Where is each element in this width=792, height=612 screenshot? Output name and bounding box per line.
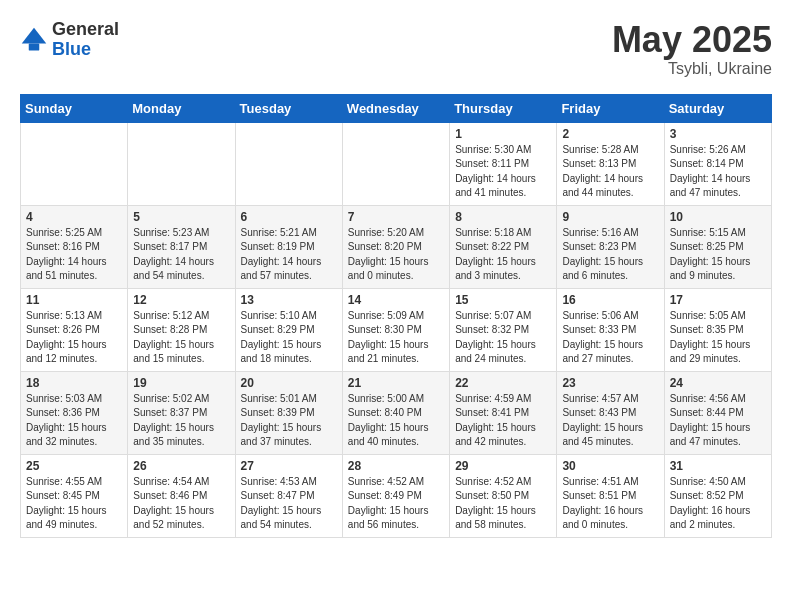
header-row: Sunday Monday Tuesday Wednesday Thursday…	[21, 94, 772, 122]
day-info: Sunrise: 4:50 AM Sunset: 8:52 PM Dayligh…	[670, 475, 766, 533]
calendar-title: May 2025	[612, 20, 772, 60]
table-row: 9Sunrise: 5:16 AM Sunset: 8:23 PM Daylig…	[557, 205, 664, 288]
day-number: 25	[26, 459, 122, 473]
day-number: 28	[348, 459, 444, 473]
day-number: 12	[133, 293, 229, 307]
table-row: 21Sunrise: 5:00 AM Sunset: 8:40 PM Dayli…	[342, 371, 449, 454]
col-tuesday: Tuesday	[235, 94, 342, 122]
table-row: 17Sunrise: 5:05 AM Sunset: 8:35 PM Dayli…	[664, 288, 771, 371]
day-number: 8	[455, 210, 551, 224]
day-number: 6	[241, 210, 337, 224]
day-info: Sunrise: 5:03 AM Sunset: 8:36 PM Dayligh…	[26, 392, 122, 450]
day-info: Sunrise: 5:15 AM Sunset: 8:25 PM Dayligh…	[670, 226, 766, 284]
table-row: 7Sunrise: 5:20 AM Sunset: 8:20 PM Daylig…	[342, 205, 449, 288]
table-row	[21, 122, 128, 205]
day-info: Sunrise: 4:52 AM Sunset: 8:50 PM Dayligh…	[455, 475, 551, 533]
day-number: 10	[670, 210, 766, 224]
day-info: Sunrise: 5:09 AM Sunset: 8:30 PM Dayligh…	[348, 309, 444, 367]
day-number: 9	[562, 210, 658, 224]
table-row: 16Sunrise: 5:06 AM Sunset: 8:33 PM Dayli…	[557, 288, 664, 371]
day-number: 1	[455, 127, 551, 141]
day-info: Sunrise: 5:23 AM Sunset: 8:17 PM Dayligh…	[133, 226, 229, 284]
table-row: 11Sunrise: 5:13 AM Sunset: 8:26 PM Dayli…	[21, 288, 128, 371]
day-number: 19	[133, 376, 229, 390]
calendar-week-row: 11Sunrise: 5:13 AM Sunset: 8:26 PM Dayli…	[21, 288, 772, 371]
day-number: 14	[348, 293, 444, 307]
day-number: 7	[348, 210, 444, 224]
day-info: Sunrise: 5:01 AM Sunset: 8:39 PM Dayligh…	[241, 392, 337, 450]
day-info: Sunrise: 4:51 AM Sunset: 8:51 PM Dayligh…	[562, 475, 658, 533]
table-row: 14Sunrise: 5:09 AM Sunset: 8:30 PM Dayli…	[342, 288, 449, 371]
day-info: Sunrise: 4:53 AM Sunset: 8:47 PM Dayligh…	[241, 475, 337, 533]
table-row: 3Sunrise: 5:26 AM Sunset: 8:14 PM Daylig…	[664, 122, 771, 205]
calendar-week-row: 18Sunrise: 5:03 AM Sunset: 8:36 PM Dayli…	[21, 371, 772, 454]
col-thursday: Thursday	[450, 94, 557, 122]
table-row: 23Sunrise: 4:57 AM Sunset: 8:43 PM Dayli…	[557, 371, 664, 454]
day-info: Sunrise: 5:00 AM Sunset: 8:40 PM Dayligh…	[348, 392, 444, 450]
col-friday: Friday	[557, 94, 664, 122]
day-info: Sunrise: 5:07 AM Sunset: 8:32 PM Dayligh…	[455, 309, 551, 367]
calendar-week-row: 25Sunrise: 4:55 AM Sunset: 8:45 PM Dayli…	[21, 454, 772, 537]
svg-rect-1	[29, 43, 40, 50]
col-sunday: Sunday	[21, 94, 128, 122]
day-info: Sunrise: 5:18 AM Sunset: 8:22 PM Dayligh…	[455, 226, 551, 284]
table-row: 25Sunrise: 4:55 AM Sunset: 8:45 PM Dayli…	[21, 454, 128, 537]
calendar-week-row: 1Sunrise: 5:30 AM Sunset: 8:11 PM Daylig…	[21, 122, 772, 205]
day-number: 18	[26, 376, 122, 390]
calendar-week-row: 4Sunrise: 5:25 AM Sunset: 8:16 PM Daylig…	[21, 205, 772, 288]
day-number: 11	[26, 293, 122, 307]
day-number: 26	[133, 459, 229, 473]
table-row: 18Sunrise: 5:03 AM Sunset: 8:36 PM Dayli…	[21, 371, 128, 454]
day-number: 29	[455, 459, 551, 473]
day-number: 15	[455, 293, 551, 307]
table-row: 31Sunrise: 4:50 AM Sunset: 8:52 PM Dayli…	[664, 454, 771, 537]
day-info: Sunrise: 5:06 AM Sunset: 8:33 PM Dayligh…	[562, 309, 658, 367]
col-wednesday: Wednesday	[342, 94, 449, 122]
day-number: 17	[670, 293, 766, 307]
day-info: Sunrise: 5:13 AM Sunset: 8:26 PM Dayligh…	[26, 309, 122, 367]
table-row	[235, 122, 342, 205]
day-number: 5	[133, 210, 229, 224]
table-row: 24Sunrise: 4:56 AM Sunset: 8:44 PM Dayli…	[664, 371, 771, 454]
title-block: May 2025 Tsybli, Ukraine	[612, 20, 772, 78]
table-row	[342, 122, 449, 205]
day-info: Sunrise: 5:28 AM Sunset: 8:13 PM Dayligh…	[562, 143, 658, 201]
day-info: Sunrise: 4:52 AM Sunset: 8:49 PM Dayligh…	[348, 475, 444, 533]
table-row: 27Sunrise: 4:53 AM Sunset: 8:47 PM Dayli…	[235, 454, 342, 537]
table-row: 26Sunrise: 4:54 AM Sunset: 8:46 PM Dayli…	[128, 454, 235, 537]
day-number: 13	[241, 293, 337, 307]
table-row: 6Sunrise: 5:21 AM Sunset: 8:19 PM Daylig…	[235, 205, 342, 288]
day-info: Sunrise: 4:59 AM Sunset: 8:41 PM Dayligh…	[455, 392, 551, 450]
page: General Blue May 2025 Tsybli, Ukraine Su…	[0, 0, 792, 548]
logo-text: General Blue	[52, 20, 119, 60]
day-info: Sunrise: 5:30 AM Sunset: 8:11 PM Dayligh…	[455, 143, 551, 201]
day-number: 27	[241, 459, 337, 473]
calendar-table: Sunday Monday Tuesday Wednesday Thursday…	[20, 94, 772, 538]
day-info: Sunrise: 5:02 AM Sunset: 8:37 PM Dayligh…	[133, 392, 229, 450]
day-info: Sunrise: 5:16 AM Sunset: 8:23 PM Dayligh…	[562, 226, 658, 284]
table-row: 2Sunrise: 5:28 AM Sunset: 8:13 PM Daylig…	[557, 122, 664, 205]
table-row: 22Sunrise: 4:59 AM Sunset: 8:41 PM Dayli…	[450, 371, 557, 454]
day-number: 30	[562, 459, 658, 473]
table-row: 4Sunrise: 5:25 AM Sunset: 8:16 PM Daylig…	[21, 205, 128, 288]
svg-marker-0	[22, 28, 47, 44]
day-info: Sunrise: 4:56 AM Sunset: 8:44 PM Dayligh…	[670, 392, 766, 450]
day-number: 22	[455, 376, 551, 390]
logo-general-text: General	[52, 20, 119, 40]
day-info: Sunrise: 5:05 AM Sunset: 8:35 PM Dayligh…	[670, 309, 766, 367]
day-info: Sunrise: 5:20 AM Sunset: 8:20 PM Dayligh…	[348, 226, 444, 284]
day-number: 24	[670, 376, 766, 390]
table-row: 5Sunrise: 5:23 AM Sunset: 8:17 PM Daylig…	[128, 205, 235, 288]
day-info: Sunrise: 5:25 AM Sunset: 8:16 PM Dayligh…	[26, 226, 122, 284]
table-row: 13Sunrise: 5:10 AM Sunset: 8:29 PM Dayli…	[235, 288, 342, 371]
table-row: 8Sunrise: 5:18 AM Sunset: 8:22 PM Daylig…	[450, 205, 557, 288]
logo-blue-text: Blue	[52, 40, 119, 60]
table-row: 12Sunrise: 5:12 AM Sunset: 8:28 PM Dayli…	[128, 288, 235, 371]
col-monday: Monday	[128, 94, 235, 122]
table-row: 29Sunrise: 4:52 AM Sunset: 8:50 PM Dayli…	[450, 454, 557, 537]
day-info: Sunrise: 4:55 AM Sunset: 8:45 PM Dayligh…	[26, 475, 122, 533]
table-row: 1Sunrise: 5:30 AM Sunset: 8:11 PM Daylig…	[450, 122, 557, 205]
day-number: 31	[670, 459, 766, 473]
table-row	[128, 122, 235, 205]
table-row: 19Sunrise: 5:02 AM Sunset: 8:37 PM Dayli…	[128, 371, 235, 454]
